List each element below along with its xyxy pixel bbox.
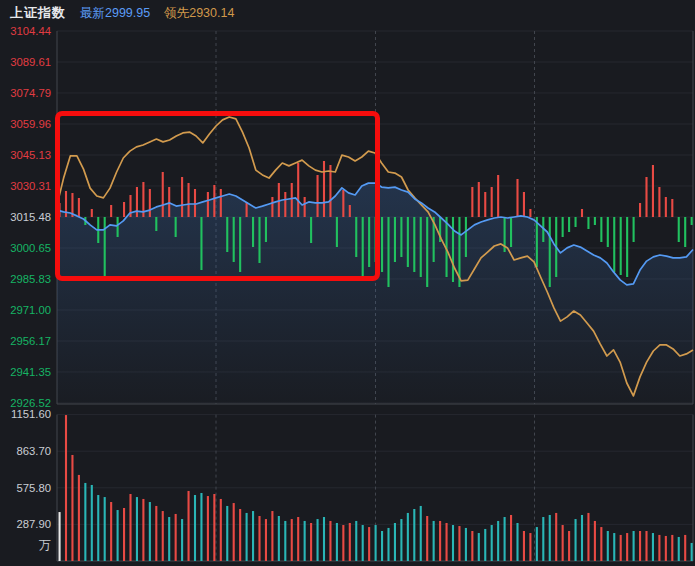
volume-bar xyxy=(78,475,80,561)
delta-bar-up xyxy=(284,192,286,217)
delta-bar-up xyxy=(213,185,215,217)
volume-bar xyxy=(213,494,215,561)
y-axis-label: 2926.52 xyxy=(10,397,51,409)
volume-bar xyxy=(633,531,635,561)
index-title: 上证指数 xyxy=(10,4,66,22)
volume-bar xyxy=(671,535,673,561)
volume-bar xyxy=(239,509,241,561)
volume-bar xyxy=(639,531,641,561)
volume-bar xyxy=(407,513,409,561)
volume-bar xyxy=(284,521,286,561)
volume-bar xyxy=(523,531,525,561)
volume-bar xyxy=(413,509,415,561)
volume-bar xyxy=(516,523,518,561)
y-axis-label: 3030.31 xyxy=(10,180,51,192)
volume-bar xyxy=(658,535,660,561)
delta-bar-down xyxy=(562,217,564,237)
y-axis-label: 2971.00 xyxy=(10,304,51,316)
volume-bar xyxy=(342,525,344,561)
volume-bar xyxy=(336,523,338,561)
delta-bar-down xyxy=(594,217,596,225)
volume-bar xyxy=(684,535,686,561)
latest-label: 最新 xyxy=(80,6,105,20)
volume-bar xyxy=(168,517,170,561)
volume-bar xyxy=(446,523,448,561)
delta-bar-up xyxy=(523,192,525,217)
volume-bar xyxy=(594,521,596,561)
volume-bar xyxy=(581,515,583,561)
volume-bar xyxy=(439,521,441,561)
delta-bar-up xyxy=(665,197,667,217)
volume-bar xyxy=(129,494,131,561)
volume-bar xyxy=(323,517,325,561)
y-axis-label: 2941.35 xyxy=(10,366,51,378)
volume-bar xyxy=(123,508,125,561)
delta-bar-down xyxy=(375,217,377,262)
delta-bar-down xyxy=(691,217,693,225)
delta-bar-down xyxy=(568,217,570,232)
volume-bar xyxy=(542,517,544,561)
volume-bar xyxy=(607,531,609,561)
delta-bar-down xyxy=(510,217,512,247)
delta-bar-up xyxy=(478,182,480,217)
volume-bar xyxy=(426,516,428,561)
delta-bar-up xyxy=(291,183,293,217)
volume-bar xyxy=(491,525,493,561)
delta-bar-down xyxy=(355,217,357,257)
volume-bar xyxy=(626,533,628,561)
delta-bar-down xyxy=(368,217,370,267)
volume-bar xyxy=(181,519,183,561)
y-axis-label: 3059.96 xyxy=(10,118,51,130)
delta-bar-up xyxy=(317,175,319,217)
delta-bar-up xyxy=(581,209,583,217)
leading-price: 领先2930.14 xyxy=(164,5,234,22)
volume-bar xyxy=(536,527,538,561)
delta-bar-up xyxy=(304,197,306,217)
delta-bar-up xyxy=(484,192,486,217)
delta-bar-down xyxy=(387,217,389,287)
delta-bar-down xyxy=(620,217,622,275)
volume-axis-label: 575.80 xyxy=(16,482,51,494)
volume-bar xyxy=(349,523,351,561)
volume-bar xyxy=(355,521,357,561)
volume-bar xyxy=(678,537,680,561)
delta-bar-down xyxy=(600,217,602,242)
volume-bar xyxy=(71,455,73,561)
delta-bar-up xyxy=(149,189,151,217)
volume-bar xyxy=(510,515,512,561)
volume-bar xyxy=(310,523,312,561)
volume-bar xyxy=(555,513,557,561)
delta-bar-down xyxy=(175,217,177,237)
volume-bar xyxy=(452,525,454,561)
volume-bar xyxy=(188,491,190,561)
delta-bar-up xyxy=(194,189,196,217)
y-axis-label: 3045.13 xyxy=(10,149,51,161)
delta-bar-up xyxy=(471,187,473,217)
delta-bar-up xyxy=(78,198,80,217)
volume-bar xyxy=(497,521,499,561)
volume-bar xyxy=(65,415,67,561)
delta-bar-down xyxy=(381,217,383,272)
volume-bar xyxy=(465,528,467,561)
y-axis-label: 3104.44 xyxy=(10,25,51,37)
delta-bar-up xyxy=(136,187,138,217)
volume-bar xyxy=(691,543,693,561)
delta-bar-down xyxy=(626,217,628,277)
delta-bar-down xyxy=(265,217,267,242)
chart-header: 上证指数 最新2999.95 领先2930.14 xyxy=(10,3,234,23)
volume-bar xyxy=(400,519,402,561)
delta-bar-up xyxy=(207,192,209,217)
chart-canvas[interactable]: 3104.443089.613074.793059.963045.133030.… xyxy=(0,0,695,566)
volume-bar xyxy=(433,521,435,561)
volume-bar xyxy=(194,495,196,561)
volume-bar xyxy=(226,506,228,561)
volume-bar xyxy=(97,495,99,561)
volume-bar xyxy=(265,519,267,561)
y-axis-label: 2956.17 xyxy=(10,335,51,347)
delta-bar-down xyxy=(587,217,589,229)
volume-bar xyxy=(142,499,144,561)
delta-bar-up xyxy=(246,202,248,217)
volume-bar xyxy=(484,529,486,561)
volume-bar xyxy=(258,516,260,561)
volume-bar xyxy=(575,519,577,561)
